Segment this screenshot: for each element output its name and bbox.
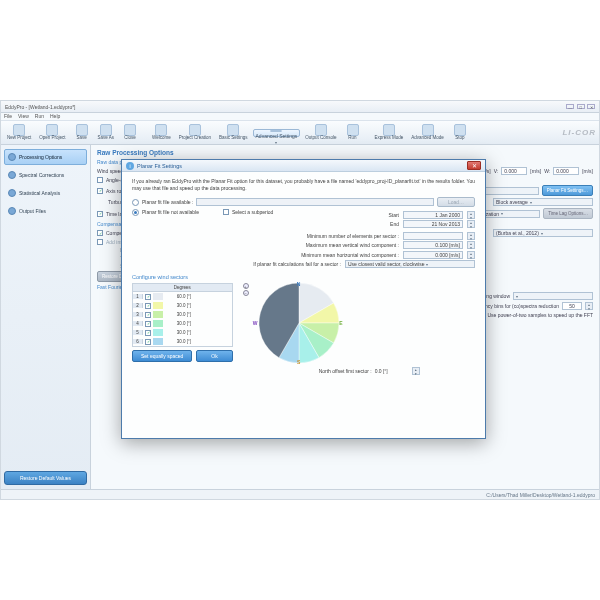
sector-degrees: 30.0 [°] [163, 330, 193, 335]
freqbins-spinner[interactable]: ▲▼ [585, 302, 593, 310]
angle-checkbox[interactable] [97, 177, 103, 183]
burba-select[interactable]: (Burba et al., 2012) [493, 229, 593, 237]
menu-run[interactable]: Run [35, 113, 44, 120]
sector-enabled-checkbox[interactable]: ✓ [145, 294, 151, 300]
max-w-spinner[interactable]: ▲▼ [467, 241, 475, 249]
sector-enabled-checkbox[interactable]: ✓ [145, 303, 151, 309]
menu-help[interactable]: Help [50, 113, 60, 120]
status-path: C:/Users/Thad Miller/Desktop/Wetland-1.e… [486, 492, 595, 498]
open-project-button[interactable]: Open Project [36, 122, 68, 143]
save-button[interactable]: Save [71, 122, 93, 143]
info-icon: i [126, 162, 134, 170]
stop-button[interactable]: Stop [449, 122, 471, 143]
north-offset-field[interactable]: 0.0 [°] [375, 368, 409, 374]
min-elements-spinner[interactable]: ▲▼ [467, 232, 475, 240]
welcome-button[interactable]: Welcome [149, 122, 174, 143]
configure-sectors-label: Configure wind sectors [132, 274, 475, 280]
sector-degrees: 30.0 [°] [163, 339, 193, 344]
time-lag-options-button[interactable]: Time Lag Options… [543, 208, 593, 219]
subperiod-checkbox[interactable] [223, 209, 229, 215]
sector-enabled-checkbox[interactable]: ✓ [145, 312, 151, 318]
sidebar-item-statistical[interactable]: Statistical Analysis [4, 185, 87, 201]
close-button[interactable]: ✕ [587, 104, 595, 109]
sector-row: 6✓30.0 [°] [133, 337, 232, 346]
min-elements-field[interactable] [403, 232, 463, 240]
sector-row: 4✓30.0 [°] [133, 319, 232, 328]
axis-checkbox[interactable]: ✓ [97, 188, 103, 194]
sector-swatch [153, 338, 163, 345]
sector-enabled-checkbox[interactable]: ✓ [145, 339, 151, 345]
menu-view[interactable]: View [18, 113, 29, 120]
save-as-button[interactable]: Save As [95, 122, 118, 143]
sidebar: Processing Options Spectral Corrections … [1, 145, 91, 489]
ok-button[interactable]: Ok [196, 350, 232, 362]
file-notavailable-radio[interactable] [132, 209, 139, 216]
gear-icon [8, 153, 16, 161]
degrees-header: Degrees [133, 284, 232, 292]
remove-sector-button[interactable]: − [243, 290, 249, 296]
min-h-field[interactable]: 0.000 [m/s] [403, 251, 463, 259]
advanced-settings-button[interactable]: Advanced Settings [253, 129, 301, 137]
maximize-button[interactable]: □ [577, 104, 585, 109]
addinst-checkbox[interactable] [97, 239, 103, 245]
detrend-method-select[interactable]: Block average [493, 198, 593, 206]
sector-swatch [153, 311, 163, 318]
fail-policy-select[interactable]: Use closest valid sector, clockwise [345, 260, 475, 268]
max-w-field[interactable]: 0.100 [m/s] [403, 241, 463, 249]
end-spinner[interactable]: ▲▼ [467, 220, 475, 228]
north-offset-spinner[interactable]: ▲▼ [412, 367, 420, 375]
adv-mode-button[interactable]: Advanced Mode [408, 122, 447, 143]
v-offset-field[interactable]: 0.000 [501, 167, 527, 175]
planar-fit-settings-button[interactable]: Planar Fit Settings… [542, 185, 593, 196]
sidebar-item-output[interactable]: Output Files [4, 203, 87, 219]
add-sector-button[interactable]: + [243, 283, 249, 289]
dialog-titlebar: i Planar Fit Settings ✕ [122, 160, 485, 172]
spectral-icon [8, 171, 16, 179]
app-window: EddyPro - [Wetland-1.eddypro*] — □ ✕ Fil… [0, 100, 600, 500]
compass-w: W [253, 320, 258, 326]
compass-s: S [297, 359, 300, 365]
load-button[interactable]: Load… [437, 197, 475, 207]
sidebar-item-processing[interactable]: Processing Options [4, 149, 87, 165]
advanced-icon [270, 130, 282, 132]
menu-file[interactable]: File [4, 113, 12, 120]
sector-enabled-checkbox[interactable]: ✓ [145, 321, 151, 327]
tapering-select[interactable] [513, 292, 593, 300]
timelag-checkbox[interactable]: ✓ [97, 211, 103, 217]
brand-logo: LI-COR [562, 128, 596, 137]
compensate-checkbox[interactable]: ✓ [97, 230, 103, 236]
file-path-field[interactable] [196, 198, 433, 206]
equally-spaced-button[interactable]: Set equally spaced [132, 350, 192, 362]
minimize-button[interactable]: — [566, 104, 574, 109]
sectors-table: Degrees 1✓60.0 [°]2✓30.0 [°]3✓30.0 [°]4✓… [132, 283, 233, 347]
wind-rose-chart: N E S W [259, 283, 339, 363]
end-date-field[interactable]: 21 Nov 2013 [403, 220, 463, 228]
output-console-button[interactable]: Output Console [302, 122, 339, 143]
project-creation-button[interactable]: Project Creation [176, 122, 214, 143]
new-project-button[interactable]: New Project [4, 122, 34, 143]
w-offset-field[interactable]: 0.000 [553, 167, 579, 175]
run-button[interactable]: Run [342, 122, 364, 143]
basic-settings-button[interactable]: Basic Settings [216, 122, 251, 143]
file-available-radio[interactable] [132, 199, 139, 206]
express-mode-button[interactable]: Express Mode [372, 122, 407, 143]
window-titlebar: EddyPro - [Wetland-1.eddypro*] — □ ✕ [1, 101, 599, 113]
stats-icon [8, 189, 16, 197]
sector-degrees: 30.0 [°] [163, 312, 193, 317]
sector-enabled-checkbox[interactable]: ✓ [145, 330, 151, 336]
compass-n: N [297, 281, 301, 287]
sector-swatch [153, 320, 163, 327]
sector-swatch [153, 302, 163, 309]
freqbins-field[interactable]: 50 [562, 302, 582, 310]
start-spinner[interactable]: ▲▼ [467, 211, 475, 219]
min-h-spinner[interactable]: ▲▼ [467, 251, 475, 259]
close-project-button[interactable]: Close [119, 122, 141, 143]
sidebar-item-spectral[interactable]: Spectral Corrections [4, 167, 87, 183]
planar-fit-dialog: i Planar Fit Settings ✕ If you already r… [121, 159, 486, 439]
sector-add-remove: + − [243, 283, 249, 296]
dialog-close-button[interactable]: ✕ [467, 161, 481, 170]
sector-row: 5✓30.0 [°] [133, 328, 232, 337]
restore-defaults-button[interactable]: Restore Default Values [4, 471, 87, 485]
window-controls: — □ ✕ [565, 104, 595, 110]
start-date-field[interactable]: 1 Jan 2000 [403, 211, 463, 219]
